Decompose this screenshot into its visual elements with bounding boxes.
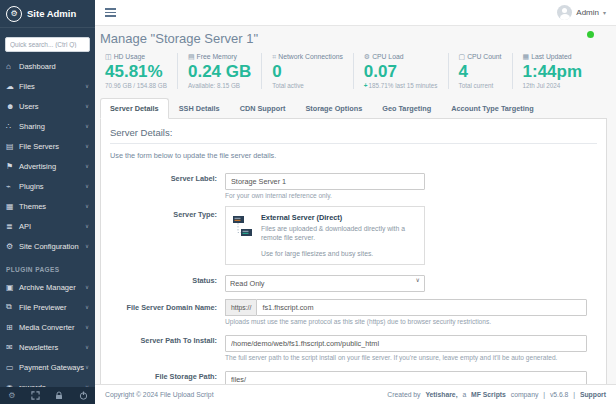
logout-button[interactable]: [71, 387, 95, 404]
plug-icon: ⌁: [6, 182, 19, 191]
server-label-help: For your own internal reference only.: [225, 192, 597, 199]
credits: Created by Yetishare, a MF Scripts compa…: [384, 391, 606, 398]
stat-cpu-count: ▢CPU Count 4 Total current: [448, 53, 512, 89]
stat-sub: Total active: [272, 82, 343, 89]
tab-storage-options[interactable]: Storage Options: [295, 98, 372, 119]
domain-help: Uploads must use the same protocol as th…: [225, 318, 597, 325]
stat-value: 1:44pm: [523, 61, 583, 82]
chevron-down-icon: ∨: [85, 344, 89, 350]
stat-sub: Total current: [459, 82, 502, 89]
server-online-status-dot: [587, 31, 594, 38]
envelope-icon: ✉: [6, 343, 19, 352]
user-menu[interactable]: Admin ▾: [557, 5, 606, 20]
tab-account-type-targeting[interactable]: Account Type Targeting: [441, 98, 543, 119]
form-row-server-type: Server Type: External Server (Direct): [110, 206, 597, 265]
stat-last-updated: ▦Last Updated 1:44pm 12th Jul 2024: [512, 53, 593, 89]
menu-toggle-button[interactable]: [102, 3, 119, 22]
server-stats-row: ◫HD Usage 45.81% 70.96 GB / 154.88 GB ▤F…: [103, 53, 607, 89]
fullscreen-button[interactable]: [24, 387, 48, 404]
server-type-note: Use for large filesizes and busy sites.: [261, 249, 417, 258]
chevron-down-icon: ∨: [85, 284, 89, 290]
sidebar-section-plugin-pages: PLUGIN PAGES: [0, 256, 95, 277]
lock-icon: [55, 391, 63, 400]
app-title: Site Admin: [27, 8, 76, 19]
server-label-input[interactable]: [225, 173, 425, 190]
sidebar-item-sharing[interactable]: ∴ Sharing ∨: [0, 116, 95, 136]
sidebar-item-archive-manager[interactable]: ▣ Archive Manager ∨: [0, 277, 95, 297]
sidebar-item-themes[interactable]: ▦ Themes ∨: [0, 196, 95, 216]
storage-path-label: File Storage Path:: [110, 368, 225, 384]
form-row-server-path: Server Path To Install: The full server …: [110, 332, 597, 361]
chevron-down-icon: ∨: [85, 163, 89, 169]
chevron-down-icon: ∨: [85, 143, 89, 149]
server-path-input[interactable]: [225, 335, 587, 352]
form-row-domain: File Server Domain Name: https:// Upload…: [110, 299, 597, 325]
cloud-icon: ☁: [6, 82, 19, 91]
sidebar-item-dashboard[interactable]: ⌂ Dashboard: [0, 56, 95, 76]
app-logo-icon: ⚙: [6, 6, 22, 22]
chevron-down-icon: ∨: [85, 203, 89, 209]
chevron-down-icon: ∨: [85, 83, 89, 89]
sidebar-item-newsletters[interactable]: ✉ Newsletters ∨: [0, 337, 95, 357]
domain-input[interactable]: [256, 299, 587, 316]
box-icon: ▣: [6, 283, 19, 292]
stat-hd-usage: ◫HD Usage 45.81% 70.96 GB / 154.88 GB: [103, 53, 177, 89]
gear-icon: ⚙: [6, 242, 19, 251]
stat-value: 4: [459, 61, 502, 82]
user-name: Admin: [576, 8, 599, 17]
memory-icon: ▤: [188, 53, 195, 60]
stat-value: 0.24 GB: [188, 61, 251, 82]
server-details-panel: Server Details: Use the form below to up…: [100, 118, 607, 384]
sidebar-search-input[interactable]: [5, 37, 90, 52]
sidebar-item-file-previewer[interactable]: ⧉ File Previewer ∨: [0, 297, 95, 317]
gear-icon: ⚙: [8, 391, 15, 400]
status-select[interactable]: Read Only: [225, 275, 425, 292]
sidebar-item-payment-gateways[interactable]: ▭ Payment Gateways ∨: [0, 357, 95, 377]
stat-cpu-load: ⚙CPU Load 0.07 +185.71% last 15 minutes: [353, 53, 448, 89]
lock-button[interactable]: [48, 387, 72, 404]
sidebar-item-advertising[interactable]: ⚑ Advertising ∨: [0, 156, 95, 176]
chevron-down-icon: ∨: [85, 223, 89, 229]
top-navbar: Admin ▾: [95, 0, 616, 26]
sidebar-item-files[interactable]: ☁ Files ∨: [0, 76, 95, 96]
company-name: MF Scripts: [471, 391, 506, 398]
chevron-down-icon: ∨: [85, 364, 89, 370]
copyright-text: Copyright © 2024 File Upload Script: [105, 391, 214, 398]
panel-intro: Use the form below to update the file se…: [110, 151, 597, 160]
main-content: Manage "Storage Server 1" ◫HD Usage 45.8…: [95, 26, 616, 384]
support-link[interactable]: Support: [580, 391, 606, 398]
sidebar-item-media-converter[interactable]: ⊞ Media Converter ∨: [0, 317, 95, 337]
sitemap-icon: ⌗: [272, 53, 276, 60]
grid-icon: ⊞: [6, 323, 19, 332]
storage-path-input[interactable]: [225, 371, 587, 384]
version-text: v5.6.8: [550, 391, 569, 398]
sidebar-item-file-servers[interactable]: ▤ File Servers ∨: [0, 136, 95, 156]
sidebar-item-site-configuration[interactable]: ⚙ Site Configuration ∨: [0, 236, 95, 256]
hard-drive-icon: ◫: [105, 53, 112, 60]
sidebar-item-api[interactable]: ≣ API ∨: [0, 216, 95, 236]
tab-geo-targeting[interactable]: Geo Targeting: [372, 98, 441, 119]
server-type-selected-card[interactable]: External Server (Direct) Files are uploa…: [225, 206, 425, 265]
protocol-prefix: https://: [225, 299, 256, 316]
sidebar-item-users[interactable]: ☻ Users ∨: [0, 96, 95, 116]
page-title: Manage "Storage Server 1": [100, 31, 607, 46]
file-icon: ⧉: [6, 302, 19, 312]
brand-name: Yetishare,: [425, 391, 457, 398]
app-logo[interactable]: ⚙ Site Admin: [0, 0, 95, 28]
stat-value: 45.81%: [105, 61, 167, 82]
gears-icon: ⚙: [364, 53, 370, 60]
sidebar-footer: ⚙: [0, 387, 95, 404]
settings-button[interactable]: ⚙: [0, 387, 24, 404]
chevron-down-icon: ∨: [85, 183, 89, 189]
stat-sub: +185.71% last 15 minutes: [364, 82, 438, 89]
sidebar-item-plugins[interactable]: ⌁ Plugins ∨: [0, 176, 95, 196]
form-row-server-label: Server Label: For your own internal refe…: [110, 170, 597, 199]
page-footer: Copyright © 2024 File Upload Script Crea…: [95, 384, 616, 404]
tab-ssh-details[interactable]: SSH Details: [169, 98, 230, 119]
stack-icon: ≣: [6, 222, 19, 231]
tab-cdn-support[interactable]: CDN Support: [230, 98, 296, 119]
server-tabs: Server Details SSH Details CDN Support S…: [100, 98, 607, 119]
tab-server-details[interactable]: Server Details: [100, 98, 169, 119]
power-icon: [79, 391, 88, 400]
sidebar: ⚙ Site Admin ⌂ Dashboard ☁ Files ∨ ☻ Use…: [0, 0, 95, 404]
